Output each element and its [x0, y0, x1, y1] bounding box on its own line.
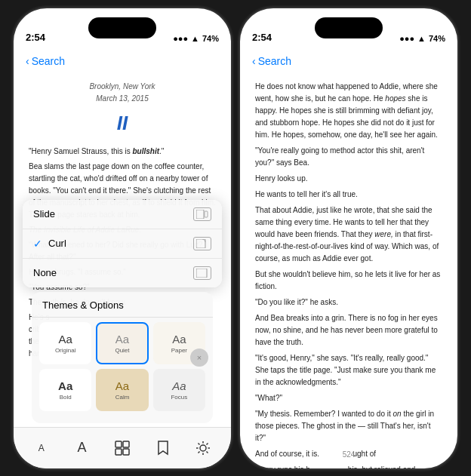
font-large-button[interactable]: A — [69, 436, 94, 460]
chevron-left-icon: ‹ — [26, 55, 29, 67]
svg-rect-4 — [115, 441, 122, 447]
theme-label-quiet: Quiet — [115, 347, 129, 354]
themes-title: Themes & Options — [42, 299, 124, 311]
bookmark-button[interactable] — [151, 436, 175, 460]
theme-text-quiet: Aa — [115, 333, 129, 345]
phones-container: 2:54 ●●● ▲ 74% ‹ Search Brooklyn, New Yo… — [14, 8, 457, 468]
theme-card-calm[interactable]: Aa Calm — [96, 369, 148, 411]
none-label: None — [33, 267, 193, 278]
dynamic-island-right — [315, 17, 383, 38]
nav-bar-left: ‹ Search — [14, 48, 231, 75]
bookmark-icon — [157, 441, 169, 456]
right-para-5: That about Addie, just like he wrote, th… — [255, 204, 442, 265]
svg-rect-5 — [123, 441, 129, 447]
svg-line-14 — [207, 451, 208, 453]
back-button-right[interactable]: ‹ Search — [252, 55, 291, 67]
checkmark-icon: ✓ — [33, 238, 42, 250]
svg-rect-7 — [123, 449, 129, 455]
wifi-icon-left: ▲ — [191, 34, 199, 43]
svg-rect-1 — [205, 211, 208, 217]
back-button-left[interactable]: ‹ Search — [26, 55, 65, 67]
dynamic-island — [88, 17, 156, 38]
theme-card-quiet[interactable]: Aa Quiet — [96, 322, 148, 364]
theme-text-original: Aa — [58, 333, 72, 345]
curl-icon — [193, 237, 211, 250]
signal-icon-left: ●●● — [173, 34, 188, 43]
page-number: 524 — [343, 449, 356, 461]
svg-rect-3 — [196, 269, 207, 278]
right-para-13: Henry runs his h his, but relieved and l… — [255, 464, 442, 468]
status-icons-right: ●●● ▲ 74% — [399, 34, 445, 43]
bottom-toolbar-left: A A — [14, 427, 231, 468]
signal-icon-right: ●●● — [399, 34, 414, 43]
svg-line-16 — [199, 451, 200, 453]
close-button[interactable]: × — [190, 349, 208, 367]
right-para-10: "What?" — [255, 392, 442, 404]
book-location: Brooklyn, New YorkMarch 13, 2015 — [29, 81, 216, 105]
book-text-right: He does not know what happened to Addie,… — [255, 81, 442, 468]
layout-button[interactable] — [110, 436, 134, 460]
themes-section: Themes & Options × Aa Original Aa Quiet — [23, 292, 222, 423]
time-left: 2:54 — [26, 32, 45, 43]
right-para-1: He does not know what happened to Addie,… — [255, 81, 442, 141]
transition-slide[interactable]: Slide — [23, 200, 222, 229]
right-para-3: Henry looks up. — [255, 173, 442, 185]
theme-label-original: Original — [55, 347, 76, 354]
time-right: 2:54 — [252, 32, 272, 43]
theme-card-focus[interactable]: Aa Focus — [153, 369, 205, 411]
slide-icon — [193, 207, 211, 221]
right-para-6: But she wouldn't believe him, so he lets… — [255, 269, 442, 293]
theme-label-calm: Calm — [115, 394, 130, 401]
back-label-left: Search — [32, 55, 65, 67]
right-para-7: "Do you like it?" he asks. — [255, 296, 442, 309]
right-para-2: "You're really going to method actor thi… — [255, 145, 442, 169]
svg-line-15 — [207, 443, 208, 444]
nav-bar-right: ‹ Search — [240, 48, 457, 75]
theme-text-focus: Aa — [172, 379, 186, 392]
brightness-icon — [195, 441, 211, 456]
themes-row-2: Aa Bold Aa Calm Aa Focus — [39, 369, 205, 411]
theme-label-focus: Focus — [171, 394, 187, 401]
book-title-area: Brooklyn, New YorkMarch 13, 2015 II — [29, 81, 216, 138]
right-para-9: "It's good, Henry," she says. "It's real… — [255, 352, 442, 388]
right-para-8: And Bea breaks into a grin. There is no … — [255, 312, 442, 349]
transition-menu: Slide ✓ Curl — [23, 200, 222, 287]
right-phone: 2:54 ●●● ▲ 74% ‹ Search He does not know… — [240, 8, 457, 468]
svg-line-13 — [199, 443, 200, 444]
battery-left: 74% — [202, 34, 219, 43]
brightness-button[interactable] — [191, 436, 215, 460]
wifi-icon-right: ▲ — [417, 34, 426, 43]
none-icon — [193, 266, 211, 280]
svg-point-8 — [200, 445, 206, 451]
theme-card-original[interactable]: Aa Original — [39, 322, 91, 364]
svg-rect-0 — [196, 210, 204, 219]
book-para-1: "Henry Samuel Strauss, this is bullshit.… — [29, 146, 216, 158]
back-label-right: Search — [258, 55, 291, 67]
font-small-button[interactable]: A — [29, 436, 54, 460]
status-icons-left: ●●● ▲ 74% — [173, 34, 219, 43]
transition-curl[interactable]: ✓ Curl — [23, 229, 222, 259]
theme-label-bold: Bold — [60, 394, 72, 401]
svg-rect-6 — [115, 449, 122, 455]
svg-rect-2 — [196, 239, 205, 248]
battery-right: 74% — [429, 34, 445, 43]
book-content-right: He does not know what happened to Addie,… — [240, 75, 457, 468]
themes-header: Themes & Options — [32, 292, 213, 317]
left-phone: 2:54 ●●● ▲ 74% ‹ Search Brooklyn, New Yo… — [14, 8, 231, 468]
themes-grid: Aa Original Aa Quiet Aa Paper — [32, 317, 213, 423]
theme-text-paper: Aa — [172, 333, 186, 345]
curl-label: Curl — [48, 238, 193, 249]
slide-label: Slide — [33, 208, 193, 220]
theme-text-bold: Aa — [58, 379, 72, 392]
theme-text-calm: Aa — [115, 379, 129, 392]
chevron-left-icon-right: ‹ — [252, 55, 256, 67]
overlay-panel: Slide ✓ Curl — [14, 200, 231, 423]
right-para-11: "My thesis. Remember? I wanted to do it … — [255, 408, 442, 444]
right-para-4: He wants to tell her it's all true. — [255, 189, 442, 201]
theme-card-bold[interactable]: Aa Bold — [39, 369, 91, 411]
theme-label-paper: Paper — [171, 347, 187, 354]
transition-none[interactable]: None — [23, 259, 222, 287]
chapter-number: II — [29, 108, 216, 138]
layout-icon — [115, 441, 130, 456]
themes-row-1: Aa Original Aa Quiet Aa Paper — [39, 322, 205, 364]
